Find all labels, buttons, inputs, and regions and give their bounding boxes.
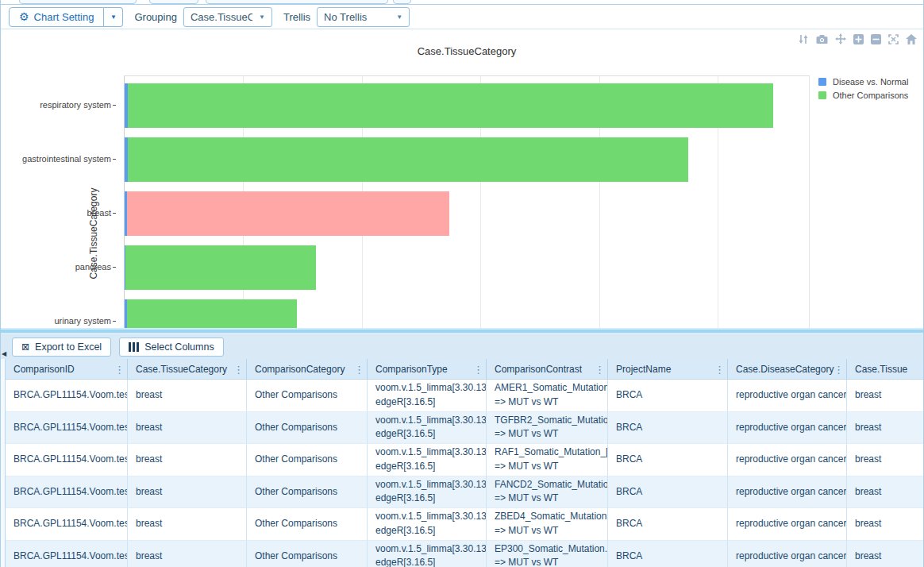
- table-panel: ◀ ⊠ Export to Excel Select Columns Compa…: [1, 334, 923, 567]
- column-header-label: ComparisonType: [375, 364, 448, 375]
- home-icon[interactable]: [906, 34, 917, 44]
- column-header-label: ComparisonID: [13, 364, 75, 375]
- table-cell: Other Comparisons: [247, 444, 368, 476]
- panel-splitter[interactable]: [1, 328, 923, 334]
- table-cell: BRCA.GPL11154.Voom.tes...: [6, 380, 128, 412]
- table-cell: breast: [128, 541, 247, 567]
- table-cell: reproductive organ cancer: [728, 541, 847, 567]
- column-header[interactable]: ComparisonContrast⋮: [487, 359, 608, 379]
- bar-segment-other-comparisons[interactable]: [127, 191, 449, 236]
- column-menu-icon[interactable]: ⋮: [354, 363, 364, 375]
- table-cell: reproductive organ cancer: [728, 508, 847, 541]
- table-cell: EP300_Somatic_Mutation...=> MUT vs WT: [487, 541, 608, 567]
- table-cell: FANCD2_Somatic_Mutatio...=> MUT vs WT: [487, 476, 608, 509]
- table-cell: reproductive organ cancer: [728, 412, 847, 445]
- trellis-label: Trellis: [283, 11, 310, 23]
- table-cell: Other Comparisons: [247, 412, 368, 445]
- chart-setting-button[interactable]: ⚙ Chart Setting: [9, 7, 104, 27]
- data-grid: ComparisonID⋮Case.TissueCategory⋮Compari…: [1, 359, 923, 567]
- table-cell: breast: [847, 541, 924, 567]
- y-axis-category-label: pancreas: [75, 262, 116, 272]
- export-to-excel-button[interactable]: ⊠ Export to Excel: [12, 338, 111, 357]
- table-row[interactable]: BRCA.GPL11154.Voom.tes...breastOther Com…: [6, 541, 924, 567]
- legend-item-other-comparisons[interactable]: Other Comparisons: [818, 91, 908, 100]
- autoscale-icon[interactable]: [888, 34, 899, 44]
- table-cell: Other Comparisons: [247, 508, 368, 541]
- table-cell: BRCA: [608, 444, 728, 476]
- column-menu-icon[interactable]: ⋮: [595, 363, 605, 375]
- chart-title: Case.TissueCategory: [124, 45, 810, 57]
- y-axis-category-label: gastrointestinal system: [22, 154, 116, 164]
- column-header-label: ProjectName: [616, 364, 671, 375]
- column-menu-icon[interactable]: ⋮: [114, 363, 125, 375]
- bar-row: [125, 191, 809, 236]
- select-columns-label: Select Columns: [144, 341, 214, 353]
- table-cell: breast: [847, 412, 924, 445]
- bar-segment-other-comparisons[interactable]: [127, 299, 297, 328]
- chart-setting-label: Chart Setting: [34, 11, 94, 23]
- column-header[interactable]: ComparisonType⋮: [368, 359, 487, 379]
- table-row[interactable]: BRCA.GPL11154.Voom.tes...breastOther Com…: [6, 412, 924, 445]
- chart-legend: Disease vs. Normal Other Comparisons: [818, 77, 908, 100]
- column-header[interactable]: Case.DiseaseCategory⋮: [728, 359, 847, 379]
- trellis-select[interactable]: No Trellis ▼: [317, 7, 410, 27]
- table-row[interactable]: BRCA.GPL11154.Voom.tes...breastOther Com…: [6, 444, 924, 476]
- table-toolbar: ◀ ⊠ Export to Excel Select Columns: [1, 334, 923, 359]
- table-cell: BRCA.GPL11154.Voom.tes...: [6, 541, 128, 567]
- y-axis-labels: respiratory systemgastrointestinal syste…: [1, 75, 121, 328]
- column-menu-icon[interactable]: ⋮: [834, 363, 844, 375]
- column-header[interactable]: ComparisonID⋮: [6, 359, 128, 379]
- table-row[interactable]: BRCA.GPL11154.Voom.tes...breastOther Com…: [6, 508, 924, 541]
- table-cell: BRCA.GPL11154.Voom.tes...: [6, 412, 128, 445]
- column-header-label: Case.Tissue: [855, 364, 907, 375]
- grouping-value: Case.TissueCateg...: [191, 11, 252, 23]
- column-header-label: Case.DiseaseCategory: [736, 364, 834, 375]
- zoom-out-icon[interactable]: [871, 34, 881, 44]
- table-cell: breast: [128, 476, 247, 509]
- table-row[interactable]: BRCA.GPL11154.Voom.tes...breastOther Com…: [6, 476, 924, 509]
- grouping-select[interactable]: Case.TissueCateg... ▼: [183, 7, 272, 27]
- table-cell: BRCA.GPL11154.Voom.tes...: [6, 476, 128, 509]
- chart-panel: Case.TissueCategory Disease vs. Normal O…: [1, 29, 923, 328]
- table-cell: breast: [128, 444, 247, 476]
- collapse-panel-icon[interactable]: ◀: [2, 350, 6, 357]
- sort-axes-icon[interactable]: [798, 34, 809, 44]
- y-axis-category-label: breast: [87, 208, 116, 218]
- legend-swatch-blue: [818, 78, 826, 86]
- table-cell: breast: [847, 476, 924, 509]
- column-header[interactable]: ComparisonCategory⋮: [247, 359, 368, 379]
- legend-label: Other Comparisons: [833, 91, 908, 100]
- table-cell: voom.v.1.5_limma[3.30.13];edgeR[3.16.5]: [368, 412, 487, 445]
- bar-segment-other-comparisons[interactable]: [128, 137, 687, 182]
- legend-swatch-green: [818, 91, 826, 99]
- table-row[interactable]: BRCA.GPL11154.Voom.tes...breastOther Com…: [6, 380, 924, 412]
- bar-row: [125, 137, 809, 182]
- bar-segment-other-comparisons[interactable]: [125, 245, 315, 290]
- column-header[interactable]: ProjectName⋮: [608, 359, 728, 379]
- table-cell: Other Comparisons: [247, 476, 368, 509]
- pan-icon[interactable]: [835, 33, 846, 44]
- columns-icon: [129, 342, 139, 352]
- table-cell: breast: [847, 508, 924, 541]
- chart-toolbar: ⚙ Chart Setting ▼ Grouping Case.TissueCa…: [1, 4, 923, 29]
- column-menu-icon[interactable]: ⋮: [473, 363, 483, 375]
- table-cell: Other Comparisons: [247, 380, 368, 412]
- table-cell: breast: [128, 380, 247, 412]
- bar-segment-other-comparisons[interactable]: [128, 83, 773, 128]
- table-header-row: ComparisonID⋮Case.TissueCategory⋮Compari…: [6, 359, 924, 380]
- chevron-down-icon: ▼: [259, 14, 265, 21]
- column-header[interactable]: Case.Tissue: [847, 359, 924, 379]
- column-header-label: Case.TissueCategory: [136, 364, 227, 375]
- zoom-in-icon[interactable]: [853, 34, 864, 44]
- camera-icon[interactable]: [816, 34, 828, 44]
- column-menu-icon[interactable]: ⋮: [233, 363, 244, 375]
- select-columns-button[interactable]: Select Columns: [119, 338, 224, 357]
- table-cell: ZBED4_Somatic_Mutation...=> MUT vs WT: [487, 508, 608, 541]
- column-menu-icon[interactable]: ⋮: [714, 363, 725, 375]
- chart-setting-dropdown-button[interactable]: ▼: [104, 7, 123, 27]
- legend-label: Disease vs. Normal: [833, 77, 908, 87]
- column-header[interactable]: Case.TissueCategory⋮: [128, 359, 247, 379]
- column-header-label: ComparisonCategory: [255, 364, 345, 375]
- chevron-down-icon: ▼: [110, 14, 117, 21]
- legend-item-disease-vs-normal[interactable]: Disease vs. Normal: [818, 77, 908, 87]
